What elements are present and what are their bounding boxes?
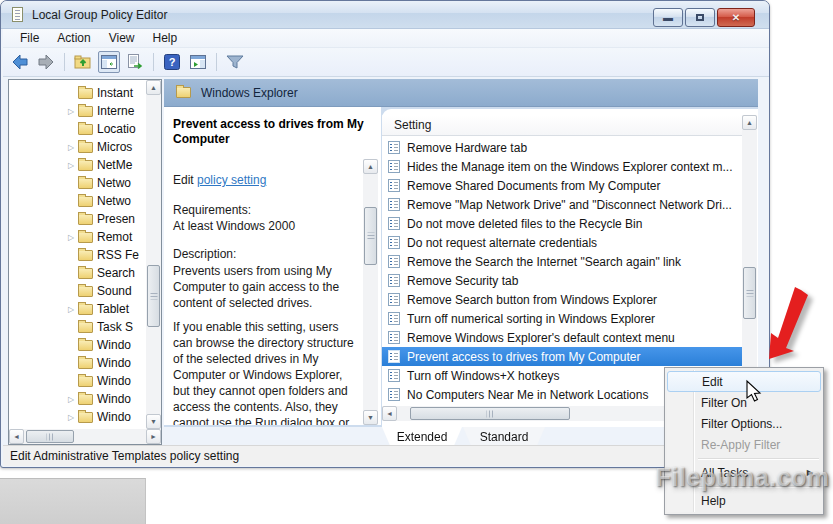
scrollbar-thumb[interactable] (147, 265, 160, 327)
tree-item[interactable]: Task S (9, 318, 146, 336)
tree-item[interactable]: Presen (9, 210, 146, 228)
scroll-up-icon[interactable] (363, 159, 378, 174)
tree-item[interactable]: Netwo (9, 192, 146, 210)
tree-item[interactable]: Instant (9, 84, 146, 102)
scrollbar-thumb[interactable] (743, 267, 756, 319)
back-icon[interactable] (9, 51, 31, 73)
tree-vertical-scrollbar[interactable] (146, 80, 161, 429)
expand-icon[interactable] (68, 161, 78, 170)
toolbar-separator (153, 53, 154, 71)
toolbar: ? (3, 48, 769, 77)
menu-help[interactable]: Help (144, 29, 187, 47)
tree-item[interactable]: Interne (9, 102, 146, 120)
tree-item[interactable]: Remot (9, 228, 146, 246)
tree-item[interactable]: Locatio (9, 120, 146, 138)
scroll-down-icon[interactable] (363, 410, 378, 425)
setting-row[interactable]: Remove "Map Network Drive" and "Disconne… (382, 195, 742, 214)
tree-item[interactable]: Windo (9, 372, 146, 390)
folder-icon (78, 142, 93, 153)
selected-setting-title: Prevent access to drives from My Compute… (173, 117, 365, 147)
policy-setting-icon (388, 350, 400, 363)
tree-item[interactable]: Micros (9, 138, 146, 156)
tree-item[interactable]: NetMe (9, 156, 146, 174)
expand-icon[interactable] (68, 233, 78, 242)
context-menu-item-filter-options[interactable]: Filter Options... (667, 413, 821, 434)
expand-icon[interactable] (68, 395, 78, 404)
scrollbar-thumb[interactable] (364, 207, 377, 265)
folder-icon (78, 358, 93, 369)
setting-row[interactable]: Turn off numerical sorting in Windows Ex… (382, 309, 742, 328)
filter-icon[interactable] (224, 51, 246, 73)
forward-icon[interactable] (35, 51, 57, 73)
policy-setting-icon (388, 293, 400, 306)
export-list-icon[interactable] (124, 51, 146, 73)
scroll-right-icon[interactable] (146, 429, 161, 444)
description-paragraph: Prevents users from using My Computer to… (173, 263, 357, 311)
menu-file[interactable]: File (11, 29, 48, 47)
folder-icon (78, 196, 93, 207)
help-icon[interactable]: ? (161, 51, 183, 73)
tree-item[interactable]: Search (9, 264, 146, 282)
folder-icon (78, 124, 93, 135)
tree-item[interactable]: Sound (9, 282, 146, 300)
folder-icon (78, 250, 93, 261)
setting-row[interactable]: Do not request alternate credentials (382, 233, 742, 252)
tree-item[interactable]: Windo (9, 336, 146, 354)
tree-horizontal-scrollbar[interactable] (9, 429, 161, 444)
local-group-policy-editor-window: Local Group Policy Editor ▬ ✕ File Actio… (0, 0, 770, 468)
scroll-up-icon[interactable] (146, 80, 161, 95)
scroll-down-icon[interactable] (146, 414, 161, 429)
setting-row[interactable]: Do not move deleted files to the Recycle… (382, 214, 742, 233)
tree-item[interactable]: Windo (9, 408, 146, 426)
show-console-tree-icon[interactable] (98, 51, 120, 73)
description-scrollbar[interactable] (363, 159, 378, 425)
menu-view[interactable]: View (100, 29, 144, 47)
setting-row[interactable]: Remove Security tab (382, 271, 742, 290)
up-one-level-icon[interactable] (72, 51, 94, 73)
tree-item[interactable]: Windo (9, 354, 146, 372)
expand-icon[interactable] (68, 305, 78, 314)
folder-icon (78, 322, 93, 333)
context-menu-item-edit[interactable]: Edit (667, 371, 821, 392)
policy-setting-link[interactable]: policy setting (197, 173, 266, 187)
menu-action[interactable]: Action (48, 29, 99, 47)
context-menu-item-filter-on[interactable]: Filter On (667, 392, 821, 413)
setting-row[interactable]: Remove the Search the Internet "Search a… (382, 252, 742, 271)
policy-setting-icon (388, 312, 400, 325)
folder-icon (78, 214, 93, 225)
maximize-button[interactable] (685, 8, 715, 27)
folder-icon (78, 340, 93, 351)
setting-column-header[interactable]: Setting (382, 115, 742, 136)
policy-setting-icon (388, 217, 400, 230)
expand-icon[interactable] (68, 107, 78, 116)
expand-icon[interactable] (68, 143, 78, 152)
scroll-left-icon[interactable] (9, 429, 24, 444)
title-bar[interactable]: Local Group Policy Editor ▬ ✕ (1, 1, 769, 29)
setting-row-selected[interactable]: Prevent access to drives from My Compute… (382, 347, 742, 366)
folder-icon (78, 412, 93, 423)
setting-row[interactable]: Remove Windows Explorer's default contex… (382, 328, 742, 347)
scroll-up-icon[interactable] (742, 115, 757, 130)
folder-icon (78, 88, 93, 99)
tree-item[interactable]: Tablet (9, 300, 146, 318)
tree-item[interactable]: Windo (9, 390, 146, 408)
show-action-pane-icon[interactable] (187, 51, 209, 73)
context-menu: Edit Filter On Filter Options... Re-Appl… (664, 367, 824, 515)
minimize-button[interactable]: ▬ (653, 8, 683, 27)
close-button[interactable]: ✕ (717, 8, 755, 27)
setting-row[interactable]: Hides the Manage item on the Windows Exp… (382, 157, 742, 176)
setting-row[interactable]: Remove Search button from Windows Explor… (382, 290, 742, 309)
setting-row[interactable]: Remove Hardware tab (382, 138, 742, 157)
scroll-left-icon[interactable] (382, 406, 397, 421)
folder-icon (78, 304, 93, 315)
folder-icon (78, 376, 93, 387)
tree-item[interactable]: RSS Fe (9, 246, 146, 264)
scrollbar-thumb[interactable] (410, 407, 570, 420)
folder-icon (78, 160, 93, 171)
expand-icon[interactable] (68, 413, 78, 422)
policy-setting-icon (388, 255, 400, 268)
scrollbar-thumb[interactable] (26, 430, 74, 443)
tree-item[interactable]: Netwo (9, 174, 146, 192)
setting-row[interactable]: Remove Shared Documents from My Computer (382, 176, 742, 195)
context-menu-item-help[interactable]: Help (667, 490, 821, 511)
